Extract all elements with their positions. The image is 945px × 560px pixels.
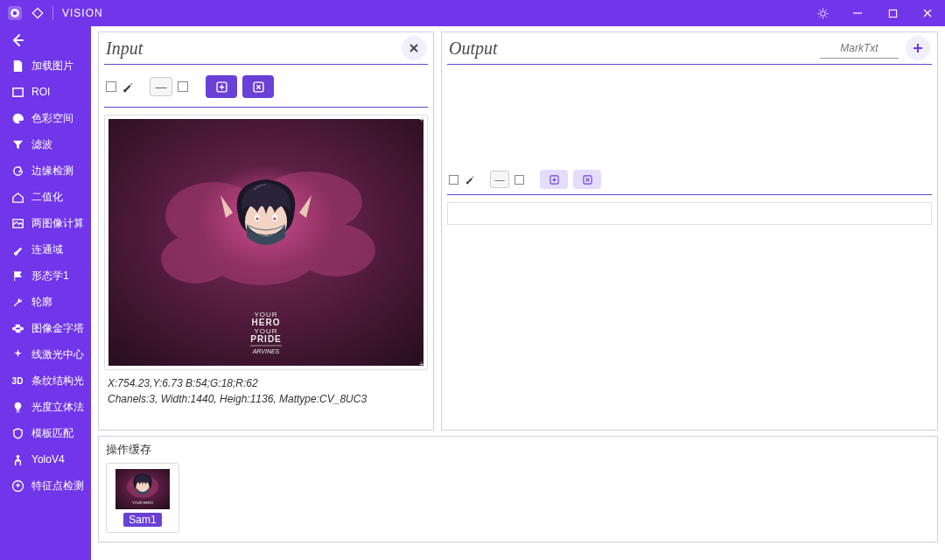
close-icon <box>922 8 933 18</box>
sidebar-item-filter[interactable]: 滤波 <box>0 131 91 158</box>
input-close-button[interactable] <box>402 36 426 60</box>
swirl-icon <box>10 164 24 178</box>
output-aux-checkbox[interactable] <box>514 175 524 185</box>
sidebar-item-label: 特征点检测 <box>32 479 84 494</box>
brush-icon <box>122 80 134 93</box>
svg-point-40 <box>256 217 258 220</box>
svg-text:HERO: HERO <box>252 318 281 327</box>
shield-icon <box>10 426 24 440</box>
sidebar-item-label: 边缘检测 <box>32 164 74 178</box>
divider <box>104 107 428 108</box>
arrow-left-icon <box>10 33 24 47</box>
output-toolbar: — <box>442 164 937 194</box>
star-circle-icon <box>10 479 24 493</box>
sidebar-item-label: YoloV4 <box>32 453 65 466</box>
resize-handle-icon[interactable]: + <box>419 116 426 123</box>
resize-handle-icon[interactable]: + <box>419 361 426 368</box>
sidebar-item-edge-detect[interactable]: 边缘检测 <box>0 158 91 184</box>
maximize-icon <box>888 9 898 18</box>
sidebar-item-label: 滤波 <box>32 137 52 152</box>
output-visibility-checkbox[interactable] <box>449 175 458 185</box>
pixel-info-line: X:754.23,Y:6.73 B:54;G:18;R:62 <box>108 375 424 391</box>
sidebar-item-label: 加载图片 <box>32 59 74 74</box>
x-box-icon <box>583 175 592 185</box>
mat-info-line: Chanels:3, Width:1440, Heigh:1136, Matty… <box>108 391 424 407</box>
minimize-button[interactable] <box>840 0 875 26</box>
output-add-button[interactable] <box>906 36 930 60</box>
svg-line-12 <box>825 10 826 10</box>
sidebar-item-label: 图像金字塔 <box>32 321 84 336</box>
back-button[interactable] <box>0 28 91 52</box>
sidebar-item-pyramid[interactable]: 图像金字塔 <box>0 315 91 341</box>
sidebar-item-roi[interactable]: ROI <box>0 79 91 105</box>
input-remove-button[interactable] <box>242 75 274 98</box>
output-empty-area <box>442 65 937 164</box>
plus-icon <box>912 42 924 54</box>
sidebar-item-yolo[interactable]: YoloV4 <box>0 446 91 472</box>
sidebar-item-label: 两图像计算 <box>32 216 84 231</box>
cache-item-label: Sam1 <box>123 513 161 527</box>
sidebar-item-template-match[interactable]: 模板匹配 <box>0 420 91 446</box>
output-panel: Output — <box>441 32 938 430</box>
brush-icon <box>10 242 24 256</box>
sidebar-item-structured-light[interactable]: 3D 条纹结构光 <box>0 368 91 394</box>
sidebar-item-label: 轮廓 <box>32 295 52 310</box>
svg-point-2 <box>13 11 17 15</box>
sidebar-item-label: 连通域 <box>32 242 63 257</box>
input-image-viewer[interactable]: + + <box>104 115 428 370</box>
divider <box>447 194 932 195</box>
sidebar-item-label: 光度立体法 <box>32 400 84 415</box>
svg-rect-14 <box>889 10 896 17</box>
svg-line-9 <box>819 10 820 10</box>
person-icon <box>10 452 24 466</box>
app-logo-icon <box>7 5 23 21</box>
sidebar-item-load-image[interactable]: 加载图片 <box>0 52 91 79</box>
image-file-icon <box>10 59 24 73</box>
svg-point-4 <box>820 10 825 16</box>
close-icon <box>408 42 420 54</box>
x-box-icon <box>253 81 264 93</box>
sidebar-item-morphology[interactable]: 形态学1 <box>0 262 91 289</box>
sidebar-item-colorspace[interactable]: 色彩空间 <box>0 105 91 131</box>
output-result-slot <box>447 202 932 225</box>
sidebar-item-contour[interactable]: 轮廓 <box>0 289 91 315</box>
svg-text:ARVINES: ARVINES <box>252 348 280 354</box>
mark-text-input[interactable] <box>820 38 899 59</box>
flag-icon <box>10 269 24 283</box>
sidebar-item-photometric[interactable]: 光度立体法 <box>0 394 91 420</box>
sidebar-item-two-image-calc[interactable]: 两图像计算 <box>0 210 91 236</box>
sidebar-item-threshold[interactable]: 二值化 <box>0 184 91 210</box>
output-panel-title: Output <box>449 38 820 59</box>
sidebar-item-label: 线激光中心 <box>32 347 84 362</box>
input-add-button[interactable] <box>206 75 237 98</box>
svg-line-10 <box>825 16 826 17</box>
python-icon <box>10 321 24 335</box>
sun-icon <box>817 8 829 19</box>
output-add-box-button[interactable] <box>540 170 568 189</box>
maximize-button[interactable] <box>875 0 910 26</box>
brush-icon <box>464 173 476 186</box>
sidebar-item-feature-detect[interactable]: 特征点检测 <box>0 472 91 499</box>
sidebar-item-label: 二值化 <box>32 190 63 205</box>
layers-icon <box>10 216 24 230</box>
theme-toggle-button[interactable] <box>805 0 840 26</box>
input-aux-checkbox[interactable] <box>178 81 188 92</box>
sidebar-item-label: 形态学1 <box>32 269 69 284</box>
bulb-icon <box>10 400 24 414</box>
close-button[interactable] <box>910 0 945 26</box>
main-area: Input — <box>91 26 945 560</box>
cache-item[interactable]: YOUR HERO Sam1 <box>106 463 179 533</box>
svg-point-41 <box>273 217 276 220</box>
input-visibility-checkbox[interactable] <box>106 81 116 92</box>
output-minus-button[interactable]: — <box>490 171 509 188</box>
plus-box-icon <box>216 81 228 93</box>
input-panel: Input — <box>98 32 434 430</box>
sidebar-item-connected[interactable]: 连通域 <box>0 236 91 262</box>
input-minus-button[interactable]: — <box>150 77 172 96</box>
rectangle-icon <box>10 85 24 99</box>
input-toolbar: — <box>99 65 433 107</box>
sidebar-item-laser-center[interactable]: 线激光中心 <box>0 341 91 368</box>
diamond-icon <box>30 5 46 21</box>
sidebar-item-label: 色彩空间 <box>32 111 74 126</box>
output-remove-box-button[interactable] <box>573 170 601 189</box>
